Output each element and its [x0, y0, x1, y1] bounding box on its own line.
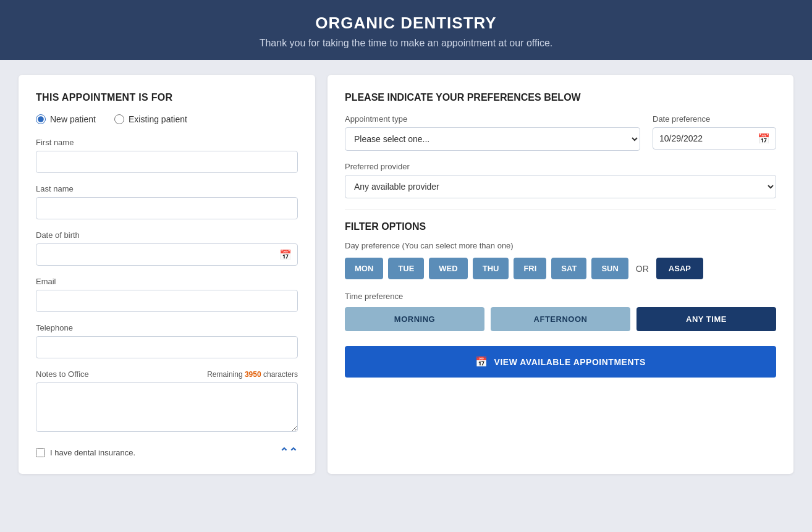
- preferences-title: PLEASE INDICATE YOUR PREFERENCES BELOW: [345, 92, 776, 103]
- day-mon-button[interactable]: MON: [345, 258, 383, 279]
- new-patient-radio-label[interactable]: New patient: [36, 114, 96, 124]
- provider-group: Preferred provider Any available provide…: [345, 162, 776, 198]
- day-buttons-group: MON TUE WED THU FRI SAT SUN OR ASAP: [345, 258, 776, 279]
- insurance-checkbox[interactable]: [36, 448, 45, 457]
- new-patient-radio[interactable]: [36, 114, 46, 124]
- appointment-type-label: Appointment type: [345, 114, 640, 124]
- anytime-button[interactable]: ANY TIME: [636, 307, 776, 331]
- insurance-text: I have dental insurance.: [50, 448, 135, 457]
- date-preference-input[interactable]: [653, 127, 776, 150]
- dob-label: Date of birth: [36, 230, 298, 240]
- view-appointments-label: VIEW AVAILABLE APPOINTMENTS: [494, 357, 646, 367]
- date-preference-label: Date preference: [653, 114, 776, 124]
- telephone-group: Telephone: [36, 323, 298, 358]
- day-pref-label: Day preference (You can select more than…: [345, 241, 776, 250]
- day-fri-button[interactable]: FRI: [514, 258, 546, 279]
- notes-label: Notes to Office: [36, 369, 89, 379]
- notes-group: Notes to Office Remaining 3950 character…: [36, 369, 298, 434]
- patient-type-group: New patient Existing patient: [36, 114, 298, 124]
- divider: [345, 209, 776, 210]
- email-group: Email: [36, 277, 298, 312]
- date-input-wrapper: 📅: [653, 127, 776, 150]
- dob-input[interactable]: [36, 243, 298, 266]
- last-name-label: Last name: [36, 184, 298, 193]
- appointment-for-title: THIS APPOINTMENT IS FOR: [36, 92, 298, 103]
- last-name-group: Last name: [36, 184, 298, 219]
- first-name-label: First name: [36, 138, 298, 147]
- view-appointments-calendar-icon: 📅: [475, 356, 488, 368]
- insurance-row: I have dental insurance. ⌃⌃: [36, 445, 298, 459]
- existing-patient-radio-label[interactable]: Existing patient: [114, 114, 187, 124]
- dob-group: Date of birth 📅: [36, 230, 298, 266]
- filter-title: FILTER OPTIONS: [345, 221, 776, 232]
- appt-date-row: Appointment type Please select one... Cl…: [345, 114, 776, 151]
- page-header: ORGANIC DENTISTRY Thank you for taking t…: [0, 0, 812, 60]
- day-sat-button[interactable]: SAT: [551, 258, 586, 279]
- existing-patient-radio[interactable]: [114, 114, 124, 124]
- notes-textarea[interactable]: [36, 382, 298, 432]
- provider-select[interactable]: Any available provider Dr. Smith Dr. Joh…: [345, 175, 776, 198]
- asap-button[interactable]: ASAP: [656, 258, 703, 279]
- time-buttons-group: MORNING AFTERNOON ANY TIME: [345, 307, 776, 331]
- remaining-count: 3950: [245, 370, 261, 379]
- first-name-input[interactable]: [36, 151, 298, 173]
- first-name-group: First name: [36, 138, 298, 173]
- insurance-label[interactable]: I have dental insurance.: [36, 448, 135, 457]
- new-patient-label: New patient: [50, 114, 96, 124]
- last-name-input[interactable]: [36, 197, 298, 219]
- morning-button[interactable]: MORNING: [345, 307, 484, 331]
- remaining-label: Remaining: [207, 370, 242, 379]
- telephone-input[interactable]: [36, 336, 298, 358]
- day-thu-button[interactable]: THU: [473, 258, 509, 279]
- provider-label: Preferred provider: [345, 162, 776, 171]
- page-title: ORGANIC DENTISTRY: [12, 14, 800, 33]
- time-pref-label: Time preference: [345, 292, 776, 301]
- view-appointments-button[interactable]: 📅 VIEW AVAILABLE APPOINTMENTS: [345, 346, 776, 378]
- day-sun-button[interactable]: SUN: [591, 258, 628, 279]
- appointment-type-col: Appointment type Please select one... Cl…: [345, 114, 640, 151]
- page-subtitle: Thank you for taking the time to make an…: [12, 38, 800, 49]
- or-label: OR: [636, 264, 649, 274]
- email-label: Email: [36, 277, 298, 286]
- appointment-type-select[interactable]: Please select one... Cleaning Consultati…: [345, 127, 640, 151]
- afternoon-button[interactable]: AFTERNOON: [491, 307, 630, 331]
- day-tue-button[interactable]: TUE: [388, 258, 424, 279]
- main-content: THIS APPOINTMENT IS FOR New patient Exis…: [0, 60, 812, 489]
- left-panel: THIS APPOINTMENT IS FOR New patient Exis…: [19, 75, 315, 474]
- existing-patient-label: Existing patient: [129, 114, 187, 124]
- notes-header-row: Notes to Office Remaining 3950 character…: [36, 369, 298, 379]
- remaining-suffix: characters: [263, 370, 298, 379]
- email-input[interactable]: [36, 290, 298, 312]
- chevron-up-icon[interactable]: ⌃⌃: [279, 445, 298, 459]
- telephone-label: Telephone: [36, 323, 298, 332]
- right-panel: PLEASE INDICATE YOUR PREFERENCES BELOW A…: [328, 75, 793, 474]
- date-preference-col: Date preference 📅: [653, 114, 776, 151]
- remaining-text: Remaining 3950 characters: [207, 370, 298, 379]
- day-wed-button[interactable]: WED: [429, 258, 467, 279]
- dob-input-wrapper: 📅: [36, 243, 298, 266]
